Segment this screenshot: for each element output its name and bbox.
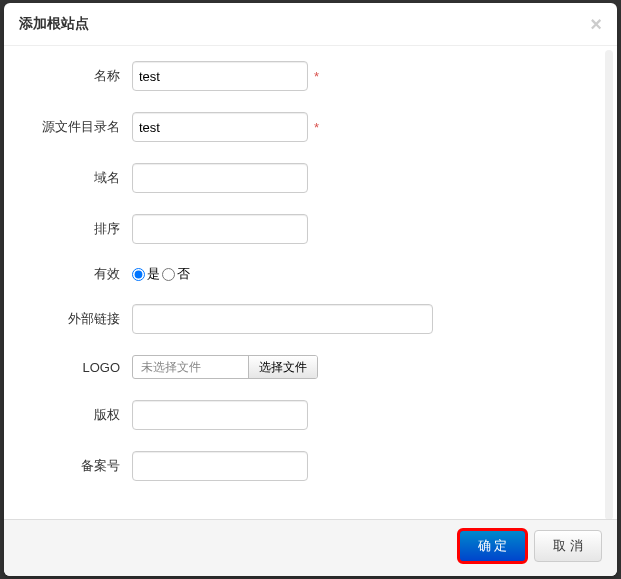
modal-header: 添加根站点 × (4, 3, 617, 46)
radio-yes[interactable] (132, 268, 145, 281)
row-srcdir: 源文件目录名 * (14, 112, 607, 142)
required-mark: * (314, 69, 319, 84)
input-record[interactable] (132, 451, 308, 481)
file-select-button[interactable]: 选择文件 (248, 356, 317, 378)
radio-no-label[interactable]: 否 (162, 265, 190, 283)
row-valid: 有效 是 否 (14, 265, 607, 283)
input-srcdir[interactable] (132, 112, 308, 142)
radio-no[interactable] (162, 268, 175, 281)
radio-no-text: 否 (177, 265, 190, 283)
modal-dialog: 添加根站点 × 名称 * 源文件目录名 * 域名 排序 有效 (4, 3, 617, 576)
input-domain[interactable] (132, 163, 308, 193)
row-order: 排序 (14, 214, 607, 244)
modal-footer: 确 定 取 消 (4, 519, 617, 576)
input-name[interactable] (132, 61, 308, 91)
file-status: 未选择文件 (133, 356, 248, 379)
label-valid: 有效 (14, 265, 132, 283)
row-record: 备案号 (14, 451, 607, 481)
file-picker[interactable]: 未选择文件 选择文件 (132, 355, 318, 379)
input-copyright[interactable] (132, 400, 308, 430)
label-record: 备案号 (14, 457, 132, 475)
label-logo: LOGO (14, 360, 132, 375)
modal-title: 添加根站点 (19, 15, 89, 33)
row-logo: LOGO 未选择文件 选择文件 (14, 355, 607, 379)
label-order: 排序 (14, 220, 132, 238)
row-domain: 域名 (14, 163, 607, 193)
input-extlink[interactable] (132, 304, 433, 334)
scrollbar[interactable] (605, 50, 613, 519)
ok-button[interactable]: 确 定 (459, 530, 527, 562)
row-name: 名称 * (14, 61, 607, 91)
radio-yes-label[interactable]: 是 (132, 265, 160, 283)
label-copyright: 版权 (14, 406, 132, 424)
label-extlink: 外部链接 (14, 310, 132, 328)
radio-yes-text: 是 (147, 265, 160, 283)
label-domain: 域名 (14, 169, 132, 187)
required-mark: * (314, 120, 319, 135)
row-extlink: 外部链接 (14, 304, 607, 334)
modal-body: 名称 * 源文件目录名 * 域名 排序 有效 是 (4, 46, 617, 519)
radio-group-valid: 是 否 (132, 265, 190, 283)
close-icon[interactable]: × (590, 14, 602, 34)
label-srcdir: 源文件目录名 (14, 118, 132, 136)
label-name: 名称 (14, 67, 132, 85)
input-order[interactable] (132, 214, 308, 244)
row-copyright: 版权 (14, 400, 607, 430)
cancel-button[interactable]: 取 消 (534, 530, 602, 562)
